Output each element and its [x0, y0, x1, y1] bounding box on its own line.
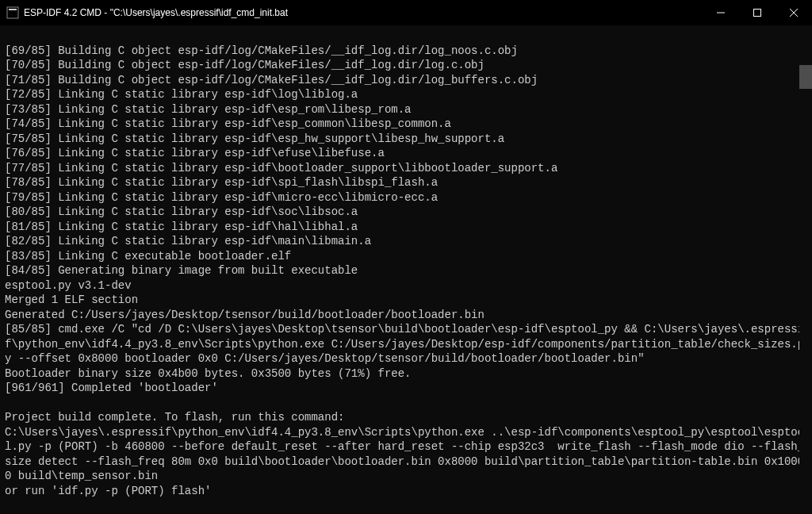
- window-titlebar[interactable]: ESP-IDF 4.2 CMD - "C:\Users\jayes\.espre…: [0, 0, 812, 25]
- close-button[interactable]: [776, 0, 812, 25]
- terminal-line: Merged 1 ELF section: [5, 293, 807, 308]
- terminal-output[interactable]: [69/85] Building C object esp-idf/log/CM…: [0, 25, 812, 514]
- terminal-line: esptool.py v3.1-dev: [5, 278, 807, 293]
- svg-rect-1: [9, 9, 17, 10]
- terminal-line: [5, 498, 807, 513]
- svg-rect-3: [754, 10, 761, 17]
- terminal-line: [76/85] Linking C static library esp-idf…: [5, 146, 807, 161]
- terminal-line: [81/85] Linking C static library esp-idf…: [5, 220, 807, 235]
- window-title: ESP-IDF 4.2 CMD - "C:\Users\jayes\.espre…: [24, 7, 288, 18]
- terminal-line: [79/85] Linking C static library esp-idf…: [5, 190, 807, 205]
- terminal-line: [78/85] Linking C static library esp-idf…: [5, 175, 807, 190]
- terminal-line: [70/85] Building C object esp-idf/log/CM…: [5, 58, 807, 73]
- terminal-line: [961/961] Completed 'bootloader': [5, 381, 807, 396]
- terminal-line: [74/85] Linking C static library esp-idf…: [5, 117, 807, 132]
- terminal-line: [84/85] Generating binary image from bui…: [5, 263, 807, 278]
- terminal-line: C:\Users\jayes\.espressif\python_env\idf…: [5, 425, 807, 484]
- maximize-button[interactable]: [739, 0, 776, 25]
- minimize-button[interactable]: [703, 0, 739, 25]
- terminal-line: [85/85] cmd.exe /C "cd /D C:\Users\jayes…: [5, 322, 807, 366]
- terminal-line: [77/85] Linking C static library esp-idf…: [5, 161, 807, 176]
- titlebar-left: ESP-IDF 4.2 CMD - "C:\Users\jayes\.espre…: [6, 6, 288, 19]
- terminal-line: [5, 396, 807, 411]
- scrollbar-thumb[interactable]: [799, 65, 812, 89]
- scrollbar-track[interactable]: [799, 25, 812, 514]
- window-controls: [703, 0, 812, 25]
- terminal-line: [71/85] Building C object esp-idf/log/CM…: [5, 73, 807, 88]
- terminal-line: [83/85] Linking C executable bootloader.…: [5, 249, 807, 264]
- terminal-line: [75/85] Linking C static library esp-idf…: [5, 132, 807, 147]
- terminal-line: Bootloader binary size 0x4b00 bytes. 0x3…: [5, 366, 807, 382]
- terminal-line: or run 'idf.py -p (PORT) flash': [5, 484, 807, 499]
- terminal-line: Project build complete. To flash, run th…: [5, 410, 807, 425]
- terminal-line: [73/85] Linking C static library esp-idf…: [5, 102, 807, 117]
- window-icon: [6, 6, 19, 19]
- terminal-line: Generated C:/Users/jayes/Desktop/tsensor…: [5, 308, 807, 323]
- terminal-line: [80/85] Linking C static library esp-idf…: [5, 205, 807, 220]
- terminal-line: [82/85] Linking C static library esp-idf…: [5, 234, 807, 249]
- terminal-line: [72/85] Linking C static library esp-idf…: [5, 87, 807, 102]
- terminal-line: [69/85] Building C object esp-idf/log/CM…: [5, 44, 807, 59]
